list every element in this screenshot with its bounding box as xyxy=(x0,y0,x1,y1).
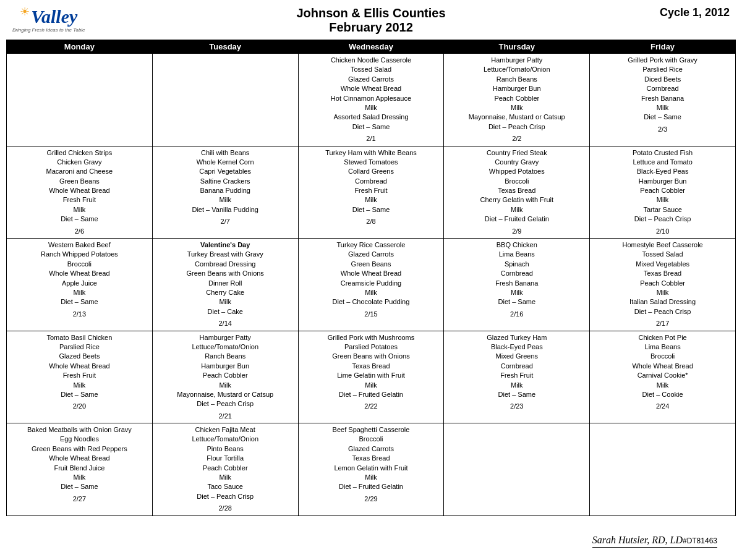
cycle-label: Cycle 1, 2012 xyxy=(660,6,730,19)
logo-name: Valley xyxy=(31,6,77,27)
cell-thursday-0: Hamburger PattyLettuce/Tomato/OnionRanch… xyxy=(444,54,590,146)
col-thursday: Thursday xyxy=(444,40,590,54)
cell-friday-0: Grilled Pork with GravyParslied RiceDice… xyxy=(590,54,736,146)
cell-friday-1: Potato Crusted FishLettuce and TomatoBla… xyxy=(590,146,736,239)
col-friday: Friday xyxy=(590,40,736,54)
page-subtitle: February 2012 xyxy=(296,20,445,35)
cell-monday-2: Western Baked BeefRanch Whipped Potatoes… xyxy=(7,239,153,331)
cell-wednesday-2: Turkey Rice CasseroleGlazed CarrotsGreen… xyxy=(298,239,444,331)
signature-credential: #DT81463 xyxy=(683,537,717,545)
title-block: Johnson & Ellis Counties February 2012 xyxy=(296,6,445,35)
cell-tuesday-3: Hamburger PattyLettuce/Tomato/OnionRanch… xyxy=(152,331,298,423)
col-tuesday: Tuesday xyxy=(152,40,298,54)
cell-thursday-2: BBQ ChickenLima BeansSpinachCornbreadFre… xyxy=(444,239,590,331)
cell-tuesday-2: Valentine's DayTurkey Breast with GravyC… xyxy=(152,239,298,331)
page-title: Johnson & Ellis Counties xyxy=(296,6,445,20)
cell-thursday-1: Country Fried SteakCountry GravyWhipped … xyxy=(444,146,590,239)
cell-monday-1: Grilled Chicken StripsChicken GravyMacar… xyxy=(7,146,153,239)
cell-monday-3: Tomato Basil ChickenParslied RiceGlazed … xyxy=(7,331,153,423)
signature: Sarah Hutsler, RD, LD#DT81463 xyxy=(592,535,717,548)
col-wednesday: Wednesday xyxy=(298,40,444,54)
cell-wednesday-3: Grilled Pork with MushroomsParslied Pota… xyxy=(298,331,444,423)
cell-tuesday-0 xyxy=(152,54,298,146)
cell-thursday-3: Glazed Turkey HamBlack-Eyed PeasMixed Gr… xyxy=(444,331,590,423)
cell-monday-4: Baked Meatballs with Onion GravyEgg Nood… xyxy=(7,423,153,516)
cell-wednesday-0: Chicken Noodle CasseroleTossed SaladGlaz… xyxy=(298,54,444,146)
cell-tuesday-1: Chili with BeansWhole Kernel CornCapri V… xyxy=(152,146,298,239)
logo-tagline: Bringing Fresh Ideas to the Table xyxy=(12,27,85,33)
cell-friday-3: Chicken Pot PieLima BeansBroccoliWhole W… xyxy=(590,331,736,423)
cell-friday-4 xyxy=(590,423,736,516)
signature-area: Sarah Hutsler, RD, LD#DT81463 xyxy=(6,535,736,548)
menu-calendar: Monday Tuesday Wednesday Thursday Friday… xyxy=(6,40,736,516)
logo-area: ☀ Valley Bringing Fresh Ideas to the Tab… xyxy=(12,6,85,33)
cell-wednesday-4: Beef Spaghetti CasseroleBroccoliGlazed C… xyxy=(298,423,444,516)
page-header: ☀ Valley Bringing Fresh Ideas to the Tab… xyxy=(6,6,736,35)
cell-tuesday-4: Chicken Fajita MeatLettuce/Tomato/OnionP… xyxy=(152,423,298,516)
cell-friday-2: Homestyle Beef CasseroleTossed SaladMixe… xyxy=(590,239,736,331)
cell-monday-0 xyxy=(7,54,153,146)
cell-wednesday-1: Turkey Ham with White BeansStewed Tomato… xyxy=(298,146,444,239)
signature-text: Sarah Hutsler, RD, LD xyxy=(592,535,683,545)
col-monday: Monday xyxy=(7,40,153,54)
cell-thursday-4 xyxy=(444,423,590,516)
logo-sun-icon: ☀ xyxy=(20,5,30,19)
